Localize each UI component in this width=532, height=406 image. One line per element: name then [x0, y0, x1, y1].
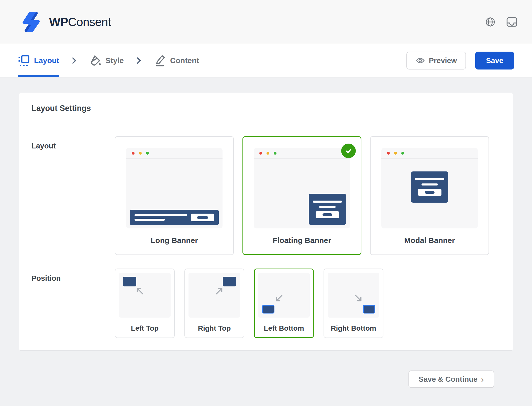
layout-option-long-banner[interactable]: Long Banner — [115, 136, 234, 255]
traffic-dot-yellow — [394, 152, 397, 155]
tab-layout[interactable]: Layout — [18, 44, 59, 77]
globe-icon[interactable] — [485, 17, 495, 27]
chevron-right-icon — [137, 57, 141, 64]
arrow-down-right-icon — [353, 293, 364, 304]
banner-button-mockup — [418, 189, 441, 196]
eye-icon — [416, 57, 425, 64]
preview-button-label: Preview — [429, 56, 457, 65]
position-setting-row: Position Left Top — [31, 269, 501, 338]
position-row-label: Position — [31, 269, 115, 338]
position-option-label: Left Bottom — [264, 324, 304, 332]
banner-position-rect — [262, 305, 274, 314]
tab-content[interactable]: Content — [154, 44, 199, 77]
traffic-dot-green — [401, 152, 404, 155]
save-continue-label: Save & Continue — [419, 375, 478, 384]
chevron-right-icon: › — [481, 375, 484, 384]
banner-button-label-pill — [323, 213, 332, 216]
browser-titlebar — [254, 148, 350, 159]
paint-bucket-icon — [89, 55, 101, 66]
position-option-right-bottom[interactable]: Right Bottom — [324, 269, 383, 338]
banner-button-mockup — [191, 214, 214, 221]
banner-button-label-pill — [425, 191, 435, 194]
browser-mockup — [381, 148, 478, 228]
panel-body: Layout — [19, 124, 513, 350]
tab-style-label: Style — [105, 56, 124, 65]
layout-settings-panel: Layout Settings Layout — [19, 93, 513, 351]
pencil-icon — [154, 55, 166, 66]
floating-banner-mockup — [309, 194, 346, 225]
traffic-dot-yellow — [267, 152, 269, 155]
layout-option-label: Long Banner — [151, 236, 198, 245]
save-continue-button[interactable]: Save & Continue › — [408, 370, 494, 388]
layout-icon — [18, 55, 30, 66]
step-navbar: Layout Style Content — [0, 44, 532, 77]
banner-line — [422, 183, 438, 185]
position-mockup — [189, 273, 240, 318]
brand-wp: WP — [49, 15, 68, 29]
traffic-dot-green — [274, 152, 276, 155]
chevron-right-icon — [72, 57, 76, 64]
preview-button[interactable]: Preview — [406, 52, 466, 69]
tab-content-label: Content — [170, 56, 199, 65]
browser-titlebar — [126, 148, 223, 159]
position-mockup — [119, 273, 171, 318]
banner-position-rect — [223, 277, 236, 286]
position-options: Left Top Right Top — [115, 269, 383, 338]
long-banner-mockup — [130, 210, 219, 225]
position-mockup — [328, 273, 379, 318]
banner-text-lines — [135, 214, 191, 221]
traffic-dot-yellow — [139, 152, 142, 155]
arrow-up-right-icon — [214, 285, 225, 296]
position-option-label: Left Top — [131, 324, 159, 332]
top-header: WPConsent — [0, 0, 532, 44]
banner-button-mockup — [316, 211, 339, 218]
modal-banner-mockup — [411, 171, 448, 203]
tab-layout-label: Layout — [34, 56, 59, 65]
position-option-right-top[interactable]: Right Top — [184, 269, 244, 338]
footer-actions: Save & Continue › — [19, 351, 513, 388]
wpconsent-app: WPConsent — [0, 0, 532, 388]
layout-setting-row: Layout — [31, 136, 501, 255]
browser-mockup — [126, 148, 223, 228]
position-option-left-bottom[interactable]: Left Bottom — [254, 269, 314, 338]
brand-consent: Consent — [68, 15, 111, 29]
layout-options: Long Banner — [115, 136, 489, 255]
selected-check-icon — [341, 144, 356, 158]
banner-line — [135, 214, 187, 216]
arrow-down-left-icon — [273, 293, 284, 304]
panel-header: Layout Settings — [19, 93, 513, 124]
tab-style[interactable]: Style — [89, 44, 124, 77]
inbox-icon[interactable] — [506, 17, 517, 27]
traffic-dot-red — [387, 152, 390, 155]
traffic-dot-red — [132, 152, 135, 155]
layout-option-label: Modal Banner — [404, 236, 455, 245]
position-option-left-top[interactable]: Left Top — [115, 269, 175, 338]
layout-option-modal-banner[interactable]: Modal Banner — [370, 136, 489, 255]
browser-mockup — [254, 148, 350, 228]
position-option-label: Right Bottom — [331, 324, 376, 332]
banner-button-label-pill — [197, 216, 208, 219]
position-mockup — [258, 273, 310, 318]
banner-position-rect — [123, 277, 136, 286]
layout-option-floating-banner[interactable]: Floating Banner — [242, 136, 361, 255]
save-button[interactable]: Save — [475, 52, 514, 69]
main-content: Layout Settings Layout — [0, 77, 532, 388]
header-actions — [485, 17, 517, 27]
banner-position-rect — [363, 305, 375, 314]
banner-line — [415, 178, 444, 180]
traffic-dot-green — [146, 152, 149, 155]
banner-line — [319, 206, 336, 208]
layout-option-label: Floating Banner — [273, 236, 331, 245]
layout-row-label: Layout — [31, 136, 115, 255]
brand-name: WPConsent — [49, 15, 111, 29]
browser-titlebar — [381, 148, 478, 159]
position-option-label: Right Top — [198, 324, 231, 332]
arrow-up-left-icon — [134, 285, 145, 296]
banner-line — [313, 201, 342, 203]
traffic-dot-red — [259, 152, 262, 155]
banner-line — [135, 219, 165, 221]
nav-actions: Preview Save — [406, 52, 514, 69]
panel-title: Layout Settings — [31, 104, 501, 113]
brand-logo: WPConsent — [18, 11, 111, 32]
wpconsent-logo-icon — [18, 11, 43, 32]
